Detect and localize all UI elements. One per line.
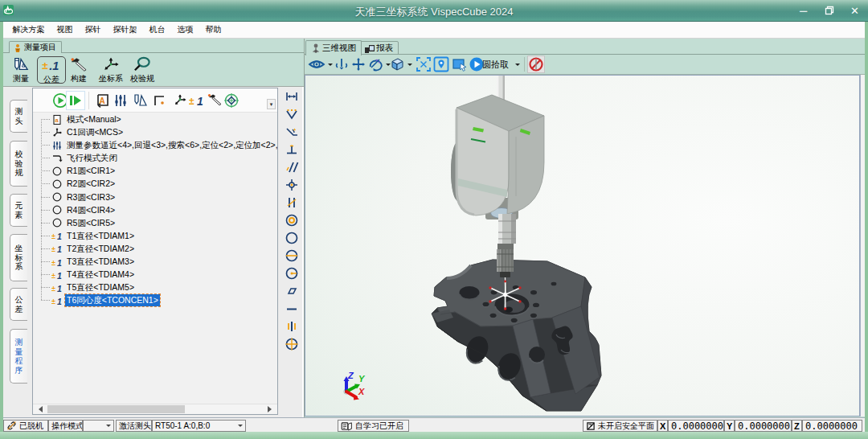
tree-item[interactable]: 模式<Manual> — [33, 113, 277, 125]
side-tab[interactable]: 校验规 — [10, 141, 27, 187]
fit-view-button[interactable] — [416, 56, 432, 72]
angularity-icon[interactable] — [280, 194, 304, 211]
tree-item[interactable]: R2圆<CIR2> — [33, 177, 277, 190]
tree-item[interactable]: R3圆<CIR3> — [33, 191, 277, 203]
tree-item[interactable]: T3直径<TDIAM3> — [33, 255, 277, 268]
tree-item[interactable]: T1直径<TDIAM1> — [33, 229, 277, 242]
view-tab-icon — [364, 44, 375, 54]
window-frame-left — [0, 22, 3, 432]
iso-view-button[interactable] — [389, 56, 412, 72]
ribbon-button[interactable]: 坐标系 — [94, 56, 128, 84]
tree-item-icon — [51, 178, 63, 190]
menu-item[interactable]: 机台 — [143, 22, 171, 38]
tree-item[interactable]: R4圆<CIR4> — [33, 203, 277, 216]
auto-mode-icon[interactable] — [92, 91, 112, 110]
coordinate-axis-label: Z — [792, 420, 802, 432]
diameter-icon[interactable] — [280, 247, 304, 265]
coordinate-axis-label: Y — [724, 420, 735, 432]
roundness-icon[interactable] — [280, 229, 304, 247]
side-tab[interactable]: 坐标系 — [10, 234, 27, 281]
tree-item[interactable]: R5圆<CIR5> — [33, 216, 277, 229]
tree-item[interactable]: T5直径<TDIAM5> — [33, 281, 277, 293]
select-box-button[interactable] — [452, 56, 468, 72]
tree-item-label: T1直径<TDIAM1> — [65, 230, 136, 242]
true-position-icon[interactable] — [280, 335, 304, 353]
parallelism-icon[interactable] — [280, 158, 304, 176]
view-tab[interactable]: 三维视图 — [305, 40, 362, 55]
tree-horizontal-scrollbar[interactable] — [33, 404, 277, 414]
side-tab-strip: 测头 校验规 元素 坐标系 公差 测量程序 — [10, 87, 28, 418]
active-probe-label: 激活测头 — [116, 420, 152, 432]
menu-item[interactable]: 选项 — [171, 22, 199, 38]
window-title: 天准三坐标系统 VispecCube 2024 — [0, 5, 868, 19]
symmetry-icon[interactable] — [280, 318, 304, 335]
ribbon-button[interactable]: 校验规 — [125, 56, 159, 84]
menu-item[interactable]: 帮助 — [199, 22, 227, 38]
tree-item[interactable]: R1圆<CIR1> — [33, 164, 277, 177]
axis-value: 0.0000000 — [738, 421, 790, 432]
tab-measurement-project[interactable]: 测量项目 — [9, 41, 62, 53]
safety-plane-status: 未开启安全平面 — [583, 420, 657, 432]
dropdown-caret-icon — [407, 64, 412, 68]
concentricity-icon[interactable] — [280, 211, 304, 229]
radius-icon[interactable] — [280, 265, 304, 282]
pan-button[interactable] — [351, 56, 366, 72]
active-probe-select[interactable]: RT50-1 A:0,B:0 — [152, 420, 246, 432]
tree-item[interactable]: T2直径<TDIAM2> — [33, 242, 277, 255]
ribbon-button[interactable]: 测量 — [6, 56, 35, 84]
straightness-icon[interactable] — [280, 300, 304, 318]
menu-item[interactable]: 解决方案 — [6, 22, 51, 38]
step-run-icon[interactable] — [66, 91, 85, 110]
angle-icon[interactable] — [280, 123, 304, 141]
tree-item[interactable]: C1回调<MCS> — [33, 125, 277, 138]
menu-item[interactable]: 探针架 — [107, 22, 143, 38]
parameters-icon[interactable] — [111, 91, 130, 110]
locate-button[interactable] — [433, 56, 449, 72]
scroll-right-arrow[interactable] — [264, 404, 275, 414]
flatness-icon[interactable] — [280, 282, 304, 300]
tree-item[interactable]: T6同心度<TCONCEN1> — [33, 293, 277, 306]
rotate-view-button[interactable] — [367, 56, 391, 72]
tree-item-label: T2直径<TDIAM2> — [65, 243, 136, 255]
ribbon-button[interactable]: 公差 — [37, 56, 66, 84]
tree-branch-line — [41, 183, 51, 184]
restore-button[interactable] — [821, 3, 837, 18]
side-tab[interactable]: 元素 — [10, 194, 27, 227]
target-icon[interactable] — [222, 91, 241, 110]
ribbon-button[interactable]: 构建 — [64, 56, 93, 84]
menu-item[interactable]: 视图 — [51, 22, 79, 38]
tree-item[interactable]: 测量参数逼近<4>,回退<3>,搜索<6>,定位<2>,定位加<2>,测 — [33, 138, 277, 151]
move-point-icon[interactable] — [150, 91, 170, 110]
position-point-icon[interactable] — [280, 176, 304, 194]
distance-icon[interactable] — [280, 88, 304, 105]
3d-viewport[interactable]: Z Y X — [305, 75, 860, 416]
tree-item[interactable]: 飞行模式关闭 — [33, 151, 277, 164]
menu-item[interactable]: 探针 — [79, 22, 107, 38]
tree-item[interactable]: T4直径<TDIAM4> — [33, 268, 277, 281]
toolbar-overflow-button[interactable]: ▾ — [267, 99, 276, 109]
project-tab-label: 测量项目 — [24, 43, 56, 51]
scrollbar-thumb[interactable] — [47, 405, 185, 413]
tolerance-icon[interactable] — [187, 91, 207, 110]
side-tab[interactable]: 测头 — [10, 100, 27, 133]
stop-disabled-button[interactable] — [527, 55, 545, 73]
view-tab[interactable]: 报表 — [359, 41, 399, 55]
side-tab[interactable]: 测量程序 — [10, 329, 27, 384]
profile-icon[interactable] — [280, 105, 304, 123]
view-tab-label: 报表 — [376, 43, 393, 52]
close-button[interactable]: ✕ — [846, 3, 863, 18]
operation-mode-select[interactable] — [83, 420, 114, 432]
minimize-button[interactable]: ─ — [795, 3, 812, 18]
circle-pick-dropdown[interactable]: 圆拾取 — [482, 59, 520, 71]
tree-item-label: T6同心度<TCONCEN1> — [65, 294, 160, 306]
orbit-button[interactable] — [334, 56, 349, 72]
perpendicularity-icon[interactable] — [280, 141, 304, 158]
tree-item-label: T5直径<TDIAM5> — [65, 281, 136, 293]
side-tab[interactable]: 公差 — [10, 288, 27, 321]
toolbar-separator — [524, 57, 525, 72]
view-mode-button[interactable] — [308, 56, 333, 72]
tree-branch-line — [41, 197, 51, 198]
scroll-left-arrow[interactable] — [35, 404, 46, 414]
left-content: 测头 校验规 元素 坐标系 公差 测量程序 — [3, 86, 304, 417]
measure-icon[interactable] — [131, 91, 150, 110]
